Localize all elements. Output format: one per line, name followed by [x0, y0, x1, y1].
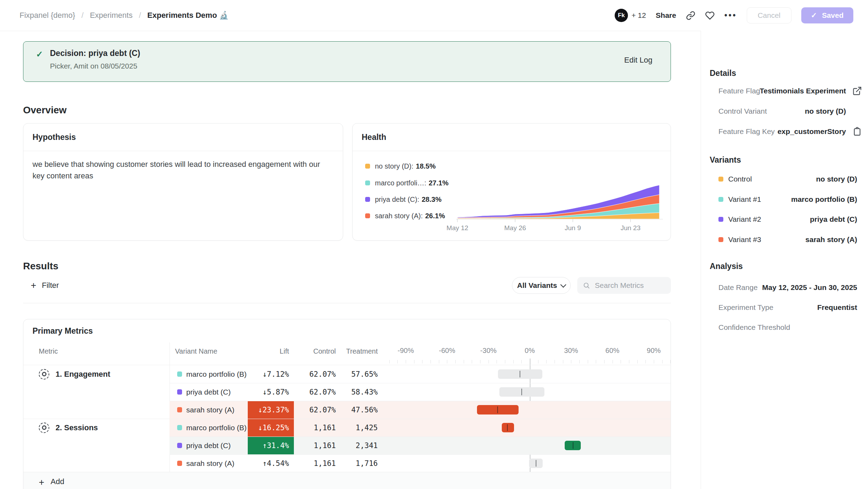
copy-link-icon[interactable] — [686, 11, 695, 20]
external-link-icon[interactable] — [852, 86, 862, 96]
detail-row: Feature Flag Testimonials Experiment — [718, 84, 868, 98]
all-variants-dropdown[interactable]: All Variants — [512, 277, 571, 294]
axis-label: -30% — [480, 347, 497, 355]
legend-item: priya debt (C): 28.3% — [365, 195, 441, 204]
table-row[interactable]: sarah story (A) ↑4.54% 1,161 1,716 — [23, 454, 671, 472]
divider — [353, 151, 671, 151]
variant-swatch — [718, 177, 723, 182]
avatar[interactable]: Fk — [615, 9, 628, 22]
variant-swatch — [718, 237, 723, 242]
lift-cell: ↑4.54% — [248, 454, 294, 472]
variant-row: Variant #1 marco portfolio (B) — [718, 192, 868, 206]
ci-bar — [477, 405, 519, 414]
variant-row: Variant #3 sarah story (A) — [718, 233, 868, 247]
add-metric-button[interactable]: + Add — [23, 472, 671, 489]
axis-label: 30% — [564, 347, 578, 355]
topbar: Fixpanel {demo} / Experiments / Experime… — [0, 0, 868, 31]
axis-label: 90% — [647, 347, 661, 355]
control-cell: 1,161 — [294, 419, 339, 437]
plus-icon: + — [39, 477, 44, 488]
variant-swatch — [177, 443, 182, 448]
legend-label: no story (D): — [375, 162, 413, 170]
variant-label: Control — [728, 175, 752, 183]
ci-mark — [521, 389, 522, 395]
breadcrumb-separator: / — [81, 11, 84, 20]
legend-swatch — [365, 213, 370, 218]
treatment-cell: 47.56% — [339, 401, 381, 419]
breadcrumb-separator: / — [139, 11, 141, 20]
variant-row: Variant #2 priya debt (C) — [718, 212, 868, 226]
ci-bar — [502, 423, 514, 432]
share-button[interactable]: Share — [656, 11, 676, 20]
table-row[interactable]: 2. Sessions marco portfolio (B) ↓16.25% … — [23, 419, 671, 437]
breadcrumb-experiments[interactable]: Experiments — [90, 11, 132, 20]
variant-label: Variant #1 — [728, 195, 761, 204]
treatment-cell: 1,425 — [339, 419, 381, 437]
ci-bar — [565, 441, 581, 450]
metric-goal-icon — [39, 423, 49, 433]
detail-row: Feature Flag Key exp_customerStory — [718, 125, 868, 139]
lift-cell: ↓7.12% — [248, 365, 294, 383]
variant-cell: marco portfolio (B) — [169, 419, 248, 437]
table-row[interactable]: sarah story (A) ↓23.37% 62.07% 47.56% — [23, 401, 671, 419]
legend-swatch — [365, 197, 370, 202]
control-cell: 62.07% — [294, 365, 339, 383]
health-stacked-area-chart — [456, 184, 663, 223]
table-row[interactable]: 1. Engagement marco portfolio (B) ↓7.12%… — [23, 365, 671, 383]
confidence-interval-cell — [381, 401, 671, 419]
variant-swatch — [177, 371, 182, 377]
analysis-value: May 12, 2025 - Jun 30, 2025 — [762, 283, 857, 292]
table-row[interactable]: priya debt (C) ↓5.87% 62.07% 58.43% — [23, 383, 671, 401]
control-cell: 1,161 — [294, 454, 339, 472]
all-variants-label: All Variants — [517, 281, 557, 290]
copy-clipboard-icon[interactable] — [852, 127, 862, 136]
search-metrics-input[interactable] — [594, 281, 665, 290]
treatment-cell: 1,716 — [339, 454, 381, 472]
variant-label: Variant #3 — [728, 235, 761, 244]
decision-banner: ✓ Decision: priya debt (C) Picker, Amit … — [23, 41, 671, 82]
hypothesis-title: Hypothesis — [32, 133, 76, 142]
favorite-heart-icon[interactable] — [705, 11, 715, 20]
variant-cell: sarah story (A) — [169, 401, 248, 419]
control-cell: 62.07% — [294, 401, 339, 419]
legend-label: priya debt (C): — [375, 196, 419, 204]
breadcrumb-project[interactable]: Fixpanel {demo} — [20, 11, 75, 20]
analysis-row: Date Range May 12, 2025 - Jun 30, 2025 — [718, 281, 868, 295]
collaborators-count[interactable]: + 12 — [631, 11, 646, 20]
more-menu-icon[interactable]: ••• — [724, 11, 737, 20]
metric-name: 1. Engagement — [56, 370, 110, 379]
add-filter-button[interactable]: + Filter — [31, 277, 59, 294]
saved-button[interactable]: ✓ Saved — [801, 7, 853, 23]
legend-swatch — [365, 180, 370, 185]
decision-subtitle: Picker, Amit on 08/05/2025 — [50, 62, 137, 70]
experiment-page: Fixpanel {demo} / Experiments / Experime… — [0, 0, 868, 489]
table-row[interactable]: priya debt (C) ↑31.4% 1,161 2,341 — [23, 437, 671, 454]
x-axis-label: May 12 — [447, 224, 468, 232]
legend-item: marco portfoli…: 27.1% — [365, 179, 448, 187]
saved-label: Saved — [822, 11, 844, 20]
legend-item: sarah story (A): 26.1% — [365, 212, 445, 220]
lift-cell: ↑31.4% — [248, 437, 294, 454]
overview-heading: Overview — [23, 105, 67, 116]
legend-value: 26.1% — [425, 212, 445, 220]
confidence-interval-cell — [381, 383, 671, 401]
topbar-actions: Fk + 12 Share ••• Cancel ✓ Saved — [615, 0, 853, 31]
primary-metrics-card: Primary Metrics Metric Variant Name Lift… — [23, 319, 671, 489]
add-label: Add — [51, 477, 64, 486]
detail-value: exp_customerStory — [777, 127, 846, 136]
detail-value: Testimonials Experiment — [760, 87, 846, 95]
variant-value: no story (D) — [816, 175, 857, 183]
ci-bar — [499, 387, 544, 397]
ci-mark — [520, 371, 520, 377]
edit-log-button[interactable]: Edit Log — [624, 56, 652, 65]
treatment-cell: 57.65% — [339, 365, 381, 383]
detail-label: Feature Flag Key — [718, 127, 775, 136]
metric-goal-icon — [39, 369, 49, 380]
confidence-interval-cell — [381, 437, 671, 454]
cancel-button[interactable]: Cancel — [747, 7, 791, 23]
ci-mark — [507, 424, 508, 431]
detail-label: Control Variant — [718, 107, 767, 115]
ci-bar — [498, 369, 542, 379]
variant-label: Variant #2 — [728, 215, 761, 224]
axis-label: -90% — [398, 347, 414, 355]
